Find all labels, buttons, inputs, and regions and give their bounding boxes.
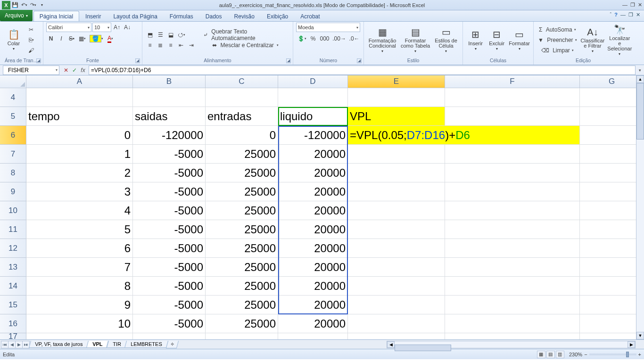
col-header-C[interactable]: C <box>206 75 278 88</box>
name-box[interactable]: FISHER▾ <box>3 66 59 75</box>
hscroll-thumb[interactable] <box>395 345 451 351</box>
format-painter-icon[interactable]: 🖌 <box>26 46 36 55</box>
cell-D11[interactable]: 20000 <box>278 220 348 239</box>
col-header-B[interactable]: B <box>133 75 206 88</box>
cell-G7[interactable] <box>580 145 644 164</box>
file-tab[interactable]: Arquivo▾ <box>0 10 33 21</box>
cell-B14[interactable]: -5000 <box>133 277 206 296</box>
comma-icon[interactable]: 000 <box>319 34 330 43</box>
cell-F10[interactable] <box>445 201 580 220</box>
cell-B4[interactable] <box>133 88 206 107</box>
cell-E6[interactable]: =VPL(0.05;D7:D16)+D6 <box>348 126 445 145</box>
cell-D5[interactable]: liquido <box>278 107 348 126</box>
page-break-view-icon[interactable]: ▥ <box>556 351 564 358</box>
cell-G11[interactable] <box>580 220 644 239</box>
normal-view-icon[interactable]: ▦ <box>537 351 545 358</box>
cell-B17[interactable] <box>133 333 206 339</box>
col-header-D[interactable]: D <box>278 75 348 88</box>
merge-center-button[interactable]: ⬌ Mesclar e Centralizar▾ <box>201 41 290 50</box>
help-icon[interactable]: ? <box>614 12 618 18</box>
cell-C8[interactable]: 25000 <box>206 164 278 182</box>
sheet-tab[interactable]: TIR <box>107 341 127 348</box>
fill-button[interactable]: ▼ Preencher▾ <box>537 35 578 45</box>
cell-D9[interactable]: 20000 <box>278 182 348 201</box>
cell-E17[interactable] <box>348 333 445 339</box>
cell-F15[interactable] <box>445 296 580 314</box>
row-header-4[interactable]: 4 <box>0 88 26 107</box>
percent-icon[interactable]: % <box>308 34 318 43</box>
row-header-13[interactable]: 13 <box>0 258 26 277</box>
cell-E12[interactable] <box>348 239 445 258</box>
cell-C9[interactable]: 25000 <box>206 182 278 201</box>
cell-F12[interactable] <box>445 239 580 258</box>
cell-D6[interactable]: -120000 <box>278 126 348 145</box>
col-header-A[interactable]: A <box>26 75 133 88</box>
italic-button[interactable]: I <box>57 34 66 43</box>
cell-B12[interactable]: -5000 <box>133 239 206 258</box>
cell-D13[interactable]: 20000 <box>278 258 348 277</box>
cell-G17[interactable] <box>580 333 644 339</box>
align-bottom-icon[interactable]: ⬓ <box>166 30 175 40</box>
tab-acrobat[interactable]: Acrobat <box>294 11 326 21</box>
mdi-close-icon[interactable]: ✕ <box>636 12 640 18</box>
cell-G12[interactable] <box>580 239 644 258</box>
page-layout-view-icon[interactable]: ▤ <box>546 351 555 358</box>
cell-E11[interactable] <box>348 220 445 239</box>
wrap-text-button[interactable]: ⤶ Quebrar Texto Automaticamente <box>201 30 290 40</box>
align-middle-icon[interactable]: ☰ <box>156 30 165 40</box>
align-right-icon[interactable]: ≡ <box>166 41 175 50</box>
cell-D12[interactable]: 20000 <box>278 239 348 258</box>
row-header-11[interactable]: 11 <box>0 220 26 239</box>
sheet-nav-first-icon[interactable]: ⏮ <box>1 341 8 348</box>
cell-G4[interactable] <box>580 88 644 107</box>
cell-A5[interactable]: tempo <box>26 107 133 126</box>
cell-E5[interactable]: VPL <box>348 107 445 126</box>
conditional-formatting-button[interactable]: ▦Formatação Condicional▾ <box>367 25 398 56</box>
vertical-scrollbar[interactable]: ▲ ▼ <box>636 75 644 339</box>
cell-F17[interactable] <box>445 333 580 339</box>
align-left-icon[interactable]: ≡ <box>145 41 155 50</box>
cell-C6[interactable]: 0 <box>206 126 278 145</box>
cut-icon[interactable]: ✂ <box>26 25 36 34</box>
cell-D8[interactable]: 20000 <box>278 164 348 182</box>
col-header-F[interactable]: F <box>445 75 580 88</box>
cell-F13[interactable] <box>445 258 580 277</box>
cell-F5[interactable] <box>445 107 580 126</box>
tab-formulas[interactable]: Fórmulas <box>164 11 199 21</box>
minimize-ribbon-icon[interactable]: ˆ <box>610 12 612 18</box>
autosum-button[interactable]: Σ AutoSoma▾ <box>537 25 578 34</box>
cell-E9[interactable] <box>348 182 445 201</box>
font-size-combo[interactable]: 10▾ <box>92 23 111 32</box>
cell-A7[interactable]: 1 <box>26 145 133 164</box>
zoom-slider[interactable] <box>589 354 636 355</box>
zoom-out-icon[interactable]: − <box>584 352 587 357</box>
sheet-tab[interactable]: LEMBRETES <box>124 341 168 348</box>
row-header-9[interactable]: 9 <box>0 182 26 201</box>
cell-B7[interactable]: -5000 <box>133 145 206 164</box>
cell-A12[interactable]: 6 <box>26 239 133 258</box>
cell-G14[interactable] <box>580 277 644 296</box>
cell-D7[interactable]: 20000 <box>278 145 348 164</box>
row-header-17[interactable]: 17 <box>0 333 26 339</box>
cell-A4[interactable] <box>26 88 133 107</box>
tab-home[interactable]: Página Inicial <box>33 11 79 21</box>
sheet-nav-prev-icon[interactable]: ◀ <box>8 341 16 348</box>
formula-input[interactable]: =VPL(0.05;D7:D16)+D6 <box>89 66 636 75</box>
fx-icon[interactable]: fx <box>79 67 87 74</box>
paste-button[interactable]: 📋Colar▾ <box>3 25 25 56</box>
cell-D15[interactable]: 20000 <box>278 296 348 314</box>
cell-B15[interactable]: -5000 <box>133 296 206 314</box>
row-header-12[interactable]: 12 <box>0 239 26 258</box>
tab-data[interactable]: Dados <box>199 11 228 21</box>
dialog-launcher-icon[interactable]: ◢ <box>357 58 362 63</box>
cell-A15[interactable]: 9 <box>26 296 133 314</box>
scroll-down-icon[interactable]: ▼ <box>636 332 644 339</box>
copy-icon[interactable]: ⎘▾ <box>26 35 36 45</box>
align-top-icon[interactable]: ⬒ <box>145 30 155 40</box>
cell-F11[interactable] <box>445 220 580 239</box>
zoom-level[interactable]: 230% <box>569 352 582 357</box>
dialog-launcher-icon[interactable]: ◢ <box>36 58 41 63</box>
cell-C16[interactable]: 25000 <box>206 314 278 333</box>
cell-C10[interactable]: 25000 <box>206 201 278 220</box>
cell-styles-button[interactable]: ▭Estilos de Célula▾ <box>433 25 459 56</box>
